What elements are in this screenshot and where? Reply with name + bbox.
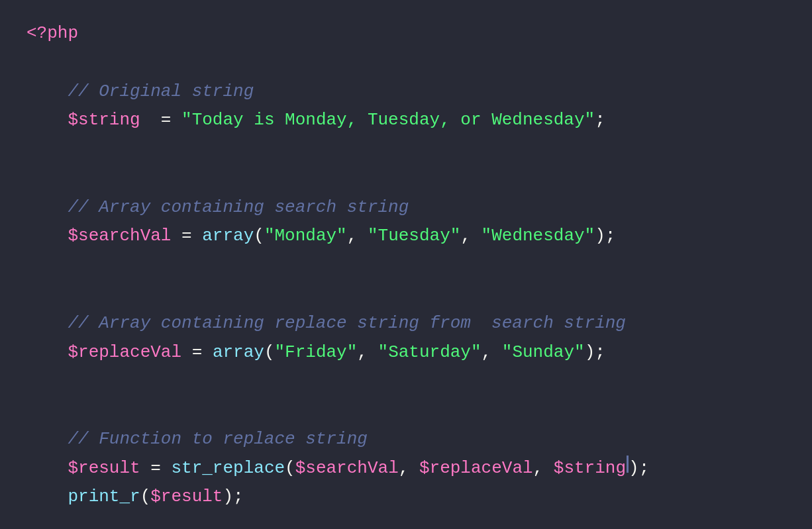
code-token: "Wednesday": [482, 222, 595, 250]
code-line: [26, 397, 786, 424]
code-token: $string: [554, 455, 626, 483]
code-token: ,: [482, 339, 502, 367]
code-token: "Saturday": [378, 339, 482, 367]
code-token: =: [181, 339, 213, 367]
code-token: ,: [357, 339, 378, 367]
code-line: [26, 136, 786, 164]
code-line: $result = str_replace($searchVal, $repla…: [26, 455, 786, 483]
code-token: $result: [150, 483, 223, 511]
code-token: ): [223, 483, 233, 511]
code-token: ;: [233, 483, 244, 511]
code-token: array: [202, 222, 254, 250]
code-line: $replaceVal = array("Friday", "Saturday"…: [26, 339, 786, 367]
code-token: [26, 107, 68, 134]
code-token: ;: [605, 222, 616, 250]
code-token: [26, 483, 68, 511]
code-line: [26, 49, 786, 77]
code-line: <?php: [26, 20, 786, 48]
code-token: ,: [533, 455, 554, 483]
code-line: // Original string: [26, 78, 786, 106]
code-token: ): [585, 339, 595, 367]
code-token: [26, 222, 68, 250]
code-token: "Friday": [275, 339, 358, 367]
code-editor: <?php // Original string $string = "Toda…: [0, 0, 812, 529]
code-token: =: [140, 107, 181, 134]
code-token: (: [285, 455, 295, 483]
code-token: ,: [399, 455, 419, 483]
code-token: <?php: [26, 20, 78, 48]
code-token: $searchVal: [68, 222, 171, 250]
code-token: ,: [347, 222, 368, 250]
code-token: =: [140, 455, 172, 483]
code-token: $replaceVal: [419, 455, 533, 483]
code-line: [26, 512, 786, 529]
code-token: str_replace: [171, 455, 285, 483]
code-token: ;: [595, 339, 605, 367]
code-token: // Array containing search string: [26, 194, 409, 222]
code-line: // Function to replace string: [26, 426, 786, 454]
code-token: "Today is Monday, Tuesday, or Wednesday": [181, 107, 595, 134]
code-token: // Original string: [26, 78, 254, 106]
code-line: [26, 165, 786, 193]
code-line: $string = "Today is Monday, Tuesday, or …: [26, 107, 786, 134]
code-token: =: [171, 222, 202, 250]
code-token: (: [140, 483, 151, 511]
code-token: ): [629, 455, 639, 483]
code-token: // Function to replace string: [26, 426, 368, 454]
code-token: "Tuesday": [368, 222, 460, 250]
code-line: [26, 367, 786, 395]
code-token: $string: [68, 107, 140, 134]
code-token: $result: [68, 455, 140, 483]
code-token: (: [264, 339, 275, 367]
code-token: ): [595, 222, 605, 250]
code-line: // Array containing search string: [26, 194, 786, 222]
code-token: array: [213, 339, 264, 367]
code-token: $searchVal: [295, 455, 399, 483]
code-token: print_r: [68, 483, 140, 511]
code-token: "Monday": [264, 222, 347, 250]
code-token: (: [254, 222, 264, 250]
code-token: "Sunday": [502, 339, 585, 367]
code-line: [26, 281, 786, 309]
code-token: [26, 339, 68, 367]
code-line: // Array containing replace string from …: [26, 310, 786, 338]
code-token: // Array containing replace string from …: [26, 310, 626, 338]
code-line: [26, 252, 786, 279]
code-line: print_r($result);: [26, 483, 786, 511]
code-token: ;: [639, 455, 650, 483]
code-token: $replaceVal: [68, 339, 181, 367]
code-token: ;: [595, 107, 605, 134]
code-token: ,: [460, 222, 481, 250]
code-line: $searchVal = array("Monday", "Tuesday", …: [26, 222, 786, 250]
code-token: [26, 455, 68, 483]
